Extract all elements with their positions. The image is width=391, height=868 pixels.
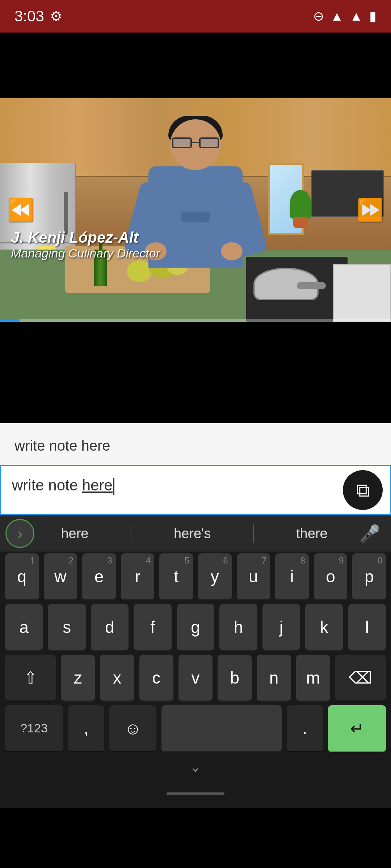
progress-bar-fill bbox=[0, 319, 20, 322]
key-n[interactable]: n bbox=[257, 655, 291, 702]
keyboard-row-1: 1 q 2 w 3 e 4 r 5 t 6 y 7 u 8 i bbox=[0, 552, 391, 602]
battery-icon: ▮ bbox=[369, 9, 377, 24]
key-h[interactable]: h bbox=[219, 604, 257, 651]
status-bar: 3:03 ⚙ ⊖ ▲ ▲ ▮ bbox=[0, 0, 391, 33]
microphone-icon[interactable]: 🎤 bbox=[352, 524, 387, 543]
keyboard-row-4: ?123 , ☺ . ↵ bbox=[0, 703, 391, 754]
key-r[interactable]: 4 r bbox=[121, 553, 155, 600]
note-label: write note here bbox=[14, 438, 110, 454]
key-p[interactable]: 0 p bbox=[352, 553, 386, 600]
key-u[interactable]: 7 u bbox=[237, 553, 270, 600]
key-v[interactable]: v bbox=[178, 655, 213, 702]
key-s[interactable]: s bbox=[48, 604, 85, 651]
arrow-circle: › bbox=[5, 519, 34, 548]
note-input-container[interactable]: write note here ⧉ bbox=[0, 465, 391, 515]
keyboard-row-2: a s d f g h j k l bbox=[0, 602, 391, 653]
pan-handle bbox=[297, 282, 326, 289]
video-frame: J. Kenji López-Alt Managing Culinary Dir… bbox=[0, 98, 391, 322]
comma-label: , bbox=[84, 719, 89, 738]
chef-glasses bbox=[172, 137, 219, 150]
note-label-section: write note here bbox=[0, 423, 391, 465]
key-q[interactable]: 1 q bbox=[5, 553, 39, 600]
cooking-pan bbox=[253, 257, 326, 300]
numeric-label: ?123 bbox=[20, 721, 48, 735]
keyboard-row-3: ⇧ z x c v b n m ⌫ bbox=[0, 653, 391, 703]
glasses-left bbox=[172, 137, 192, 148]
suggestion-here[interactable]: here bbox=[54, 526, 96, 541]
chef-name: J. Kenji López-Alt bbox=[11, 229, 160, 246]
note-text-before: write note bbox=[12, 477, 82, 494]
suggestion-heres[interactable]: here's bbox=[167, 526, 218, 541]
chevron-down-icon: ⌄ bbox=[189, 758, 202, 775]
key-t[interactable]: 5 t bbox=[159, 553, 193, 600]
enter-key[interactable]: ↵ bbox=[328, 705, 386, 752]
right-arrow-icon: › bbox=[17, 524, 23, 542]
key-y[interactable]: 6 y bbox=[198, 553, 232, 600]
glasses-bridge bbox=[192, 142, 199, 143]
nav-indicator bbox=[167, 792, 224, 795]
status-right: ⊖ ▲ ▲ ▮ bbox=[313, 9, 377, 24]
key-f[interactable]: f bbox=[134, 604, 171, 651]
key-d[interactable]: d bbox=[91, 604, 129, 651]
chef-title: Managing Culinary Director bbox=[11, 246, 160, 260]
sink bbox=[333, 264, 391, 322]
gear-icon[interactable]: ⚙ bbox=[50, 8, 62, 24]
chef-hand-right bbox=[221, 242, 243, 260]
fast-forward-button[interactable]: ⏩ bbox=[357, 197, 384, 223]
copy-icon: ⧉ bbox=[356, 479, 370, 501]
shift-key[interactable]: ⇧ bbox=[5, 655, 56, 702]
key-m[interactable]: m bbox=[296, 655, 330, 702]
video-player[interactable]: J. Kenji López-Alt Managing Culinary Dir… bbox=[0, 65, 391, 354]
space-key[interactable] bbox=[161, 705, 282, 752]
status-left: 3:03 ⚙ bbox=[14, 8, 62, 25]
progress-bar[interactable] bbox=[0, 319, 391, 322]
glasses-right bbox=[199, 137, 219, 148]
emoji-key[interactable]: ☺ bbox=[109, 705, 156, 752]
key-w[interactable]: 2 w bbox=[44, 553, 77, 600]
emoji-icon: ☺ bbox=[125, 719, 142, 738]
signal-icon: ▲ bbox=[350, 9, 363, 24]
key-x[interactable]: x bbox=[100, 655, 134, 702]
bottom-black-bar bbox=[0, 354, 391, 423]
enter-icon: ↵ bbox=[350, 719, 364, 738]
rewind-button[interactable]: ⏪ bbox=[7, 197, 34, 223]
key-b[interactable]: b bbox=[218, 655, 252, 702]
status-time: 3:03 bbox=[14, 8, 44, 25]
suggestions-row: › here here's there 🎤 bbox=[0, 515, 391, 552]
suggestion-there[interactable]: there bbox=[289, 526, 335, 541]
top-black-bar bbox=[0, 33, 391, 65]
period-label: . bbox=[303, 719, 307, 738]
copy-button[interactable]: ⧉ bbox=[343, 470, 383, 510]
backspace-icon: ⌫ bbox=[349, 668, 372, 688]
wifi-icon: ▲ bbox=[331, 9, 344, 24]
note-input-text: write note here bbox=[12, 477, 114, 494]
key-g[interactable]: g bbox=[177, 604, 214, 651]
text-cursor bbox=[113, 478, 114, 495]
backspace-key[interactable]: ⌫ bbox=[335, 655, 386, 702]
key-o[interactable]: 9 o bbox=[314, 553, 348, 600]
shift-icon: ⇧ bbox=[24, 668, 38, 688]
key-i[interactable]: 8 i bbox=[275, 553, 309, 600]
note-text-underlined: here bbox=[82, 477, 113, 494]
chef-overlay: J. Kenji López-Alt Managing Culinary Dir… bbox=[11, 229, 160, 260]
key-k[interactable]: k bbox=[305, 604, 343, 651]
dnd-icon: ⊖ bbox=[313, 9, 324, 24]
key-a[interactable]: a bbox=[5, 604, 43, 651]
suggestion-divider-2 bbox=[253, 524, 254, 542]
keyboard[interactable]: › here here's there 🎤 1 q 2 w 3 e 4 r bbox=[0, 515, 391, 779]
suggestion-words: here here's there bbox=[36, 524, 352, 542]
navigation-bar bbox=[0, 779, 391, 808]
keyboard-hide-button[interactable]: ⌄ bbox=[0, 754, 391, 779]
key-z[interactable]: z bbox=[61, 655, 95, 702]
key-l[interactable]: l bbox=[348, 604, 386, 651]
comma-key[interactable]: , bbox=[68, 705, 104, 752]
numeric-switch-key[interactable]: ?123 bbox=[5, 705, 63, 752]
key-j[interactable]: j bbox=[262, 604, 300, 651]
video-controls: ⏪ ⏩ bbox=[0, 197, 391, 223]
key-c[interactable]: c bbox=[139, 655, 173, 702]
period-key[interactable]: . bbox=[287, 705, 323, 752]
suggestion-expand[interactable]: › bbox=[4, 519, 36, 548]
suggestion-divider-1 bbox=[131, 524, 131, 542]
chef-head bbox=[170, 119, 221, 170]
key-e[interactable]: 3 e bbox=[82, 553, 116, 600]
